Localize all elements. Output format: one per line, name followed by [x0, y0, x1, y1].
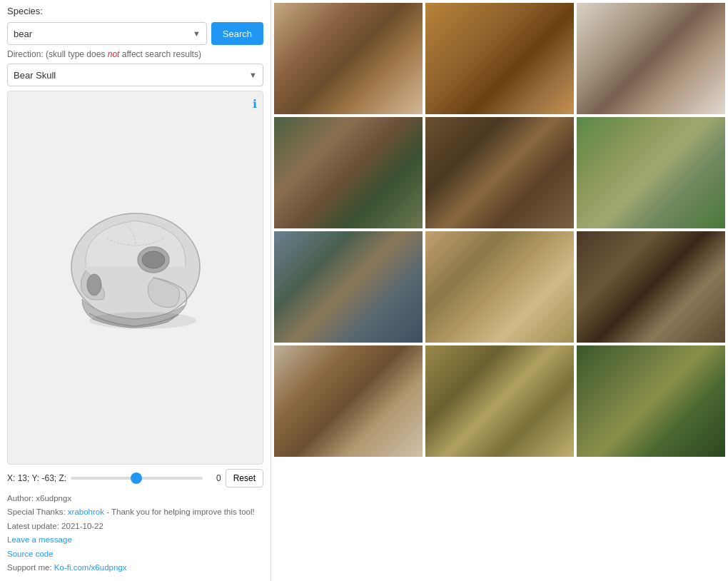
svg-point-2: [142, 251, 165, 268]
list-item[interactable]: [274, 345, 423, 457]
update-line: Latest update: 2021-10-22: [7, 520, 263, 534]
xyz-value: 0: [207, 473, 221, 483]
xyz-controls: X: 13; Y: -63; Z: 0 Reset: [7, 469, 263, 487]
footer-info: Author: x6udpngx Special Thanks: xrabohr…: [7, 492, 263, 575]
skull-3d-view[interactable]: [43, 199, 228, 356]
skull-type-dropdown[interactable]: Bear Skull ▼: [7, 64, 263, 86]
skull-type-value: Bear Skull: [14, 70, 56, 81]
search-row: bear ▼ Search: [7, 22, 263, 45]
list-item[interactable]: [274, 3, 423, 114]
chevron-down-icon-skull: ▼: [249, 71, 257, 79]
species-value: bear: [14, 29, 32, 39]
direction-note-suffix: affect search results): [122, 49, 201, 59]
list-item[interactable]: [577, 117, 725, 228]
thanks-line: Special Thanks: xrabohrok - Thank you fo…: [7, 505, 263, 520]
xyz-label: X: 13; Y: -63; Z:: [7, 473, 66, 483]
species-dropdown[interactable]: bear ▼: [7, 22, 207, 45]
svg-point-3: [87, 274, 101, 295]
thanks-prefix: Special Thanks:: [7, 507, 68, 516]
list-item[interactable]: [425, 231, 574, 343]
info-icon[interactable]: ℹ: [253, 97, 257, 111]
reset-button[interactable]: Reset: [226, 469, 263, 487]
thanks-link[interactable]: xrabohrok: [68, 507, 104, 516]
left-panel: Species: bear ▼ Search Direction: (skull…: [0, 0, 271, 581]
support-link[interactable]: Ko-fi.com/x6udpngx: [54, 563, 127, 572]
svg-point-4: [89, 312, 196, 329]
xyz-slider[interactable]: [71, 477, 202, 480]
image-grid: [274, 3, 725, 457]
list-item[interactable]: [577, 231, 725, 343]
support-prefix: Support me:: [7, 563, 54, 572]
search-button[interactable]: Search: [211, 22, 263, 45]
direction-note: Direction: (skull type does not affect s…: [7, 49, 263, 59]
slider-thumb[interactable]: [131, 473, 142, 484]
list-item[interactable]: [274, 231, 423, 343]
list-item[interactable]: [274, 117, 423, 228]
thanks-suffix: - Thank you for helping improve this too…: [104, 507, 255, 516]
skull-viewer: ℹ: [7, 91, 263, 465]
species-label: Species:: [7, 6, 263, 16]
chevron-down-icon: ▼: [193, 29, 201, 38]
list-item[interactable]: [425, 3, 574, 114]
source-code-link[interactable]: Source code: [7, 550, 54, 558]
direction-note-prefix: Direction: (skull type does: [7, 49, 105, 59]
list-item[interactable]: [577, 3, 725, 114]
direction-note-not: not: [108, 49, 120, 59]
right-panel: [271, 0, 728, 581]
list-item[interactable]: [577, 345, 725, 457]
list-item[interactable]: [425, 345, 574, 457]
support-line: Support me: Ko-fi.com/x6udpngx: [7, 561, 263, 575]
list-item[interactable]: [425, 117, 574, 228]
leave-message-link[interactable]: Leave a message: [7, 535, 72, 544]
author-line: Author: x6udpngx: [7, 492, 263, 506]
